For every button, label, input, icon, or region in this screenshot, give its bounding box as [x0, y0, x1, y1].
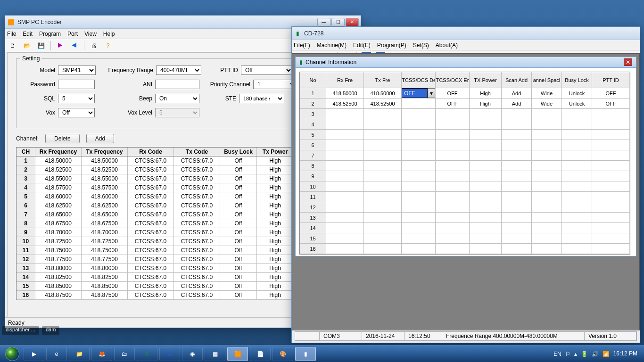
cell-dec[interactable] [402, 202, 436, 213]
cell-tc[interactable]: CTCSS:67.0 [174, 264, 220, 272]
grid-row[interactable]: 9 [300, 171, 630, 181]
cell-rc[interactable]: CTCSS:67.0 [128, 192, 174, 201]
cell-rx[interactable] [326, 233, 364, 244]
cell-tx[interactable]: 418.87500 [82, 291, 128, 299]
cell-tc[interactable]: CTCSS:67.0 [174, 228, 220, 237]
cell-tp[interactable]: High [257, 255, 294, 263]
cell-tx[interactable] [364, 213, 402, 223]
cell-rx[interactable] [326, 161, 364, 171]
cell-sc[interactable] [502, 150, 532, 161]
cell-rc[interactable]: CTCSS:67.0 [128, 183, 174, 192]
cell-enc[interactable] [436, 171, 470, 181]
cell-rx[interactable]: 418.70000 [35, 228, 82, 237]
cell-pt[interactable] [592, 192, 630, 202]
priority-select[interactable]: 1 [253, 80, 297, 89]
cell-bl[interactable] [562, 171, 592, 181]
cell-tx[interactable]: 418.55000 [82, 174, 128, 183]
cell-tx[interactable] [364, 140, 402, 150]
col-enc[interactable]: CTCSS/DCX Enc [436, 72, 470, 88]
cell-enc[interactable] [436, 202, 470, 213]
menu-file[interactable]: File(F) [294, 42, 310, 49]
cell-dec[interactable] [402, 99, 436, 109]
cell-rc[interactable]: CTCSS:67.0 [128, 291, 174, 299]
cell-rx[interactable]: 418.57500 [35, 183, 82, 192]
cell-rx[interactable]: 418.80000 [35, 264, 82, 272]
cell-pw[interactable] [470, 150, 502, 161]
cell-tc[interactable]: CTCSS:67.0 [174, 201, 220, 210]
cell-enc[interactable]: OFF [436, 88, 470, 99]
menu-edit[interactable]: Edit [23, 31, 33, 37]
cell-ch[interactable]: 15 [17, 282, 35, 290]
print-icon[interactable]: 🖨 [89, 41, 99, 50]
cell-rx[interactable] [326, 150, 364, 161]
grid-row[interactable]: 12 [300, 202, 630, 213]
cell-bl[interactable]: Off [220, 165, 257, 174]
cell-tp[interactable]: High [257, 210, 294, 219]
taskbar-xls-icon[interactable]: X [137, 347, 157, 361]
cell-enc[interactable] [436, 150, 470, 161]
cell-no[interactable]: 4 [300, 119, 326, 130]
cell-tc[interactable]: CTCSS:67.0 [174, 246, 220, 255]
cell-dec[interactable] [402, 181, 436, 192]
cell-pw[interactable] [470, 213, 502, 223]
cell-pw[interactable] [470, 119, 502, 130]
cell-bl[interactable] [562, 161, 592, 171]
cell-pw[interactable] [470, 171, 502, 181]
cell-tp[interactable]: High [257, 237, 294, 246]
cell-rx[interactable] [326, 119, 364, 130]
cell-bl[interactable]: Off [220, 273, 257, 281]
cell-dec[interactable] [402, 119, 436, 130]
cell-rx[interactable]: 418.50000 [35, 156, 82, 165]
col-no[interactable]: No [300, 72, 326, 88]
cell-dec[interactable] [402, 161, 436, 171]
col-rxfre[interactable]: Rx Fre [326, 72, 364, 88]
cell-tx[interactable] [364, 161, 402, 171]
grid-row[interactable]: 4 [300, 119, 630, 130]
cell-pw[interactable] [470, 181, 502, 192]
cell-rx[interactable]: 418.52500 [35, 165, 82, 174]
cell-sc[interactable] [502, 233, 532, 244]
cell-tx[interactable] [364, 130, 402, 140]
cell-no[interactable]: 6 [300, 140, 326, 150]
cell-enc[interactable] [436, 119, 470, 130]
cell-rx[interactable] [326, 171, 364, 181]
cell-pw[interactable] [470, 130, 502, 140]
cell-pt[interactable]: OFF [592, 99, 630, 109]
cell-sp[interactable] [532, 181, 562, 192]
grid-row[interactable]: 7 [300, 150, 630, 161]
save-icon[interactable]: 💾 [36, 41, 46, 50]
cell-tp[interactable]: High [257, 201, 294, 210]
write-radio-icon[interactable]: ⯇ [70, 41, 79, 50]
taskbar-cd728-icon[interactable]: ▮ [295, 347, 316, 361]
col-txpower[interactable]: TX Power [470, 72, 502, 88]
open-icon[interactable]: 📂 [22, 41, 32, 50]
col-ch[interactable]: CH [17, 148, 35, 156]
cell-enc[interactable] [436, 181, 470, 192]
cell-tp[interactable]: High [257, 282, 294, 290]
cell-dec[interactable] [402, 109, 436, 119]
cell-pt[interactable] [592, 150, 630, 161]
grid-row[interactable]: 2418.52500418.52500OFFHighAddWideUnlockO… [300, 99, 630, 109]
cell-rx[interactable]: 418.82500 [35, 273, 82, 281]
cell-pw[interactable] [470, 223, 502, 233]
cell-ch[interactable]: 14 [17, 273, 35, 281]
col-txpower[interactable]: Tx Power [257, 148, 294, 156]
cell-ch[interactable]: 6 [17, 201, 35, 210]
grid-row[interactable]: 3 [300, 109, 630, 119]
cell-bl[interactable] [562, 119, 592, 130]
cell-tx[interactable] [364, 109, 402, 119]
menu-view[interactable]: View [84, 31, 97, 37]
cell-no[interactable]: 13 [300, 213, 326, 223]
cell-tp[interactable]: High [257, 156, 294, 165]
cell-no[interactable]: 12 [300, 202, 326, 213]
cell-tx[interactable]: 418.77500 [82, 255, 128, 263]
cell-pw[interactable]: High [470, 88, 502, 99]
cell-rx[interactable] [326, 213, 364, 223]
cell-no[interactable]: 5 [300, 130, 326, 140]
cell-pw[interactable] [470, 233, 502, 244]
cell-bl[interactable]: Off [220, 219, 257, 228]
cell-sc[interactable] [502, 171, 532, 181]
cell-ch[interactable]: 7 [17, 210, 35, 219]
maximize-button[interactable]: ☐ [331, 18, 345, 26]
cell-ch[interactable]: 1 [17, 156, 35, 165]
